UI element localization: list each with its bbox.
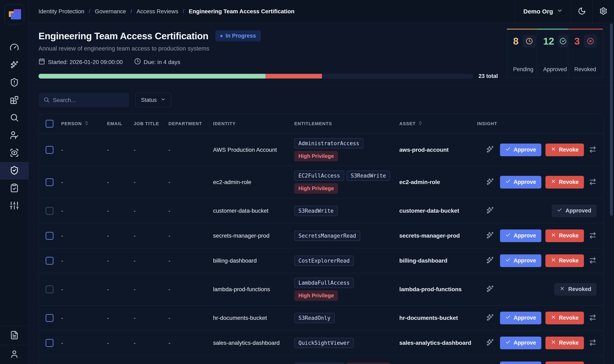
org-switcher[interactable]: Demo Org: [515, 0, 571, 23]
search-input[interactable]: [53, 97, 124, 104]
sidebar-item-user[interactable]: [0, 345, 28, 364]
sort-icon[interactable]: [418, 121, 423, 127]
settings-button[interactable]: [592, 0, 614, 23]
insight-sparkles-icon[interactable]: [486, 145, 494, 154]
revoke-button[interactable]: Revoke: [546, 312, 584, 324]
sidebar-item-gauge[interactable]: [0, 39, 28, 56]
revoke-button[interactable]: Revoke: [546, 176, 584, 189]
sidebar-item-file-text[interactable]: [0, 326, 28, 345]
row-checkbox[interactable]: [46, 178, 54, 186]
asset-cell: sales-analytics-dashboard: [399, 340, 477, 346]
column-header-entitlements: ENTITLEMENTS: [294, 121, 399, 126]
department-cell: -: [168, 315, 213, 321]
revoke-button[interactable]: Revoke: [546, 254, 584, 267]
row-checkbox[interactable]: [46, 314, 54, 322]
row-checkbox[interactable]: [46, 232, 54, 240]
topbar-right: Demo Org: [515, 0, 614, 23]
row-checkbox[interactable]: [46, 257, 54, 265]
revoke-button[interactable]: Revoke: [546, 362, 584, 364]
approve-button[interactable]: Approve: [500, 312, 541, 324]
sliders-icon: [10, 201, 19, 211]
actions-cell: Approved: [514, 205, 603, 217]
insight-sparkles-icon[interactable]: [486, 206, 494, 215]
swap-icon[interactable]: [589, 256, 597, 265]
approve-button[interactable]: Approve: [500, 229, 541, 242]
approve-button[interactable]: Approve: [500, 176, 541, 189]
app-logo[interactable]: [4, 4, 24, 24]
swap-icon[interactable]: [589, 339, 597, 347]
x-icon: [551, 314, 556, 321]
breadcrumb: Identity Protection/Governance/Access Re…: [29, 0, 295, 23]
revoke-button[interactable]: Revoke: [546, 337, 584, 349]
progress-revoked-segment: [265, 74, 322, 78]
table-row: ----customer-data-bucketS3ReadWritecusto…: [39, 198, 603, 223]
insight-sparkles-icon[interactable]: [486, 231, 494, 240]
actions-cell: ApproveRevoke: [514, 229, 603, 242]
entitlement-chip: S3ReadWrite: [294, 206, 338, 216]
chevron-down-icon: [557, 8, 563, 15]
breadcrumb-item[interactable]: Identity Protection: [39, 8, 84, 15]
approved-status-badge: Approved: [552, 205, 597, 217]
insight-sparkles-icon[interactable]: [486, 313, 494, 323]
check-icon: [505, 257, 511, 264]
sidebar-item-sparkles[interactable]: [0, 56, 28, 74]
email-cell: -: [107, 340, 134, 346]
swap-icon[interactable]: [589, 232, 597, 240]
sidebar-item-clipboard-check[interactable]: [0, 180, 28, 197]
check-circle-icon: [558, 35, 568, 48]
sort-icon[interactable]: [84, 121, 89, 127]
filter-row: Status: [39, 93, 604, 107]
insight-sparkles-icon[interactable]: [486, 338, 494, 347]
row-checkbox[interactable]: [46, 146, 54, 154]
high-privilege-badge: High Privilege: [347, 363, 390, 364]
insight-sparkles-icon[interactable]: [486, 363, 494, 364]
scrollbar-thumb[interactable]: [610, 24, 613, 216]
breadcrumb-item[interactable]: Access Reviews: [136, 8, 178, 15]
theme-toggle-button[interactable]: [571, 0, 592, 23]
approve-button[interactable]: Approve: [500, 337, 541, 349]
approve-button[interactable]: Approve: [500, 143, 541, 156]
sidebar-item-shield-alert[interactable]: [0, 74, 28, 92]
high-privilege-badge: High Privilege: [294, 290, 338, 301]
revoke-button[interactable]: Revoke: [546, 143, 584, 156]
x-icon: [551, 232, 556, 239]
user-icon: [10, 350, 19, 360]
insight-sparkles-icon[interactable]: [486, 256, 494, 265]
sidebar-item-sliders[interactable]: [0, 197, 28, 215]
sidebar-nav: [0, 39, 28, 215]
status-filter-dropdown[interactable]: Status: [136, 93, 171, 107]
swap-icon[interactable]: [589, 314, 597, 322]
x-icon: [551, 146, 556, 153]
access-review-table: PERSONEMAILJOB TITLEDEPARTMENTIDENTITYEN…: [39, 114, 604, 364]
sidebar-item-scan-eye[interactable]: [0, 144, 28, 162]
row-checkbox[interactable]: [46, 207, 54, 215]
department-cell: -: [168, 340, 213, 346]
entitlements-cell: S3ReadOnly: [294, 313, 396, 323]
org-name: Demo Org: [523, 8, 553, 15]
sidebar-item-shield-check[interactable]: [0, 162, 28, 180]
department-cell: -: [168, 147, 213, 153]
swap-icon[interactable]: [589, 178, 597, 186]
column-header-asset: ASSET: [399, 121, 477, 127]
sidebar-item-user-check[interactable]: [0, 127, 28, 144]
approve-button[interactable]: Approve: [500, 254, 541, 267]
select-all-checkbox[interactable]: [46, 120, 54, 128]
sidebar-item-search[interactable]: [0, 109, 28, 127]
breadcrumb-item[interactable]: Governance: [95, 8, 126, 15]
insight-sparkles-icon[interactable]: [486, 285, 494, 294]
insight-sparkles-icon[interactable]: [486, 178, 494, 187]
row-checkbox[interactable]: [46, 339, 54, 347]
entitlement-chip: SecretsManagerRead: [294, 231, 360, 241]
revoke-button[interactable]: Revoke: [546, 229, 584, 242]
email-cell: -: [107, 208, 134, 214]
due-meta: Due: in 4 days: [134, 58, 180, 66]
email-cell: -: [107, 258, 134, 264]
entitlement-chip: AdministratorAccess: [294, 138, 363, 148]
person-cell: -: [61, 208, 107, 214]
approve-button[interactable]: Approve: [500, 362, 541, 364]
sidebar-item-blocks[interactable]: [0, 92, 28, 109]
breadcrumb-separator: /: [183, 8, 184, 14]
actions-cell: ApproveRevoke: [514, 362, 603, 364]
swap-icon[interactable]: [589, 146, 597, 154]
row-checkbox[interactable]: [46, 286, 54, 293]
